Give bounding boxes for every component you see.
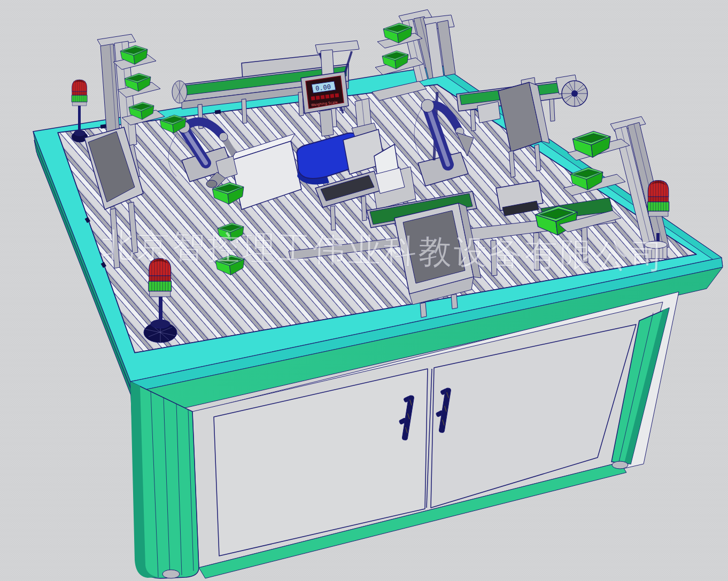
weighing-display: 0.00 Weighing Scale <box>301 72 348 113</box>
camera-lens <box>206 180 217 188</box>
motor-fins <box>562 81 587 106</box>
foot-left <box>162 570 180 578</box>
assembly-3d-scene: 0.00 Weighing Scale <box>0 0 728 581</box>
cad-render-viewport: 0.00 Weighing Scale <box>0 0 728 581</box>
foot-right <box>612 461 628 469</box>
